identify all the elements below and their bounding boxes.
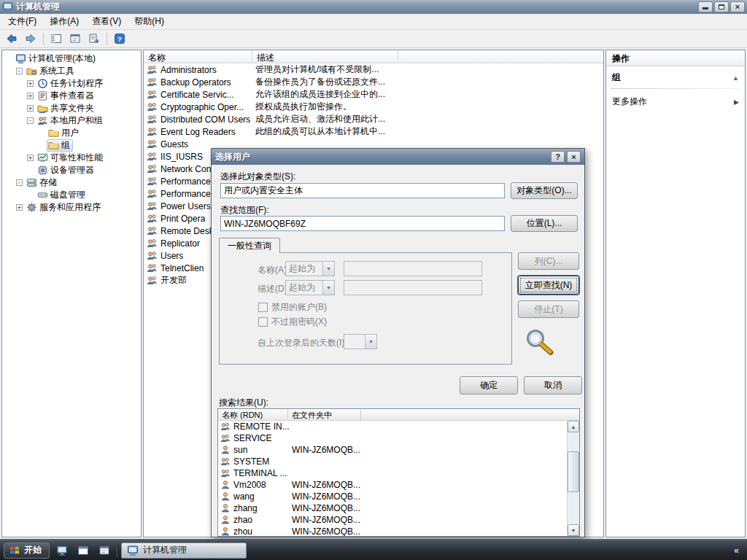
result-row-service[interactable]: SERVICE <box>218 432 567 444</box>
object-types-button[interactable]: 对象类型(O)... <box>511 182 578 199</box>
group-row-backup-operators[interactable]: Backup Operators备份操作员为了备份或还原文件... <box>144 76 603 88</box>
user-icon <box>220 480 231 490</box>
quick-launch-windows-button[interactable] <box>96 542 113 559</box>
group-row-certificate-servic[interactable]: Certificate Servic...允许该组的成员连接到企业中的... <box>144 88 603 101</box>
properties-button[interactable] <box>66 31 84 47</box>
collapse-icon[interactable]: - <box>27 117 34 124</box>
expand-icon[interactable]: + <box>27 155 34 161</box>
tree-item-computer-management-local[interactable]: 计算机管理(本地) <box>2 52 141 65</box>
group-row-event-log-readers[interactable]: Event Log Readers此组的成员可以从本地计算机中... <box>144 125 603 138</box>
collapse-icon[interactable]: - <box>16 179 23 186</box>
find-now-button[interactable]: 立即查找(N) <box>518 276 579 295</box>
restore-button[interactable] <box>714 1 729 12</box>
result-folder: WIN-JZ6MOQB... <box>292 515 360 525</box>
forward-button[interactable] <box>22 31 39 47</box>
expand-icon[interactable]: + <box>27 105 34 112</box>
cancel-button[interactable]: 取消 <box>524 376 582 394</box>
tree-item-device-manager[interactable]: 设备管理器 <box>2 164 141 176</box>
help-button[interactable]: ? <box>111 31 128 47</box>
result-name: sun <box>233 445 247 455</box>
result-row-vm2008[interactable]: Vm2008WIN-JZ6MOQB... <box>218 479 567 491</box>
taskbar-task-computer-management[interactable]: 计算机管理 <box>121 542 247 559</box>
result-row-terminal[interactable]: TERMINAL ... <box>218 467 567 479</box>
menu-file[interactable]: 文件(F) <box>1 13 43 30</box>
tree-item-users-folder[interactable]: 用户 <box>2 127 141 139</box>
group-icon <box>220 468 231 478</box>
actions-section-group[interactable]: 组 ▲ <box>606 66 745 87</box>
expand-icon[interactable]: + <box>27 80 34 87</box>
group-icon <box>147 275 158 286</box>
actions-panel: 操作 组 ▲ 更多操作 ▶ <box>605 50 746 537</box>
export-list-button[interactable] <box>85 31 103 47</box>
collapse-section-icon[interactable]: ▲ <box>732 74 739 82</box>
close-button[interactable]: × <box>730 1 745 12</box>
dialog-help-button[interactable]: ? <box>551 151 565 163</box>
tree-item-groups-folder[interactable]: 组 <box>2 139 141 152</box>
tree-item-local-users-and-groups[interactable]: -本地用户和组 <box>2 114 141 127</box>
results-column-in-folder[interactable]: 在文件夹中 <box>288 409 361 420</box>
menu-view[interactable]: 查看(V) <box>85 13 128 30</box>
minimize-button[interactable] <box>698 1 713 12</box>
tree-item-services-and-applications[interactable]: +服务和应用程序 <box>2 201 141 214</box>
start-button[interactable]: 开始 <box>4 542 50 559</box>
result-row-wang[interactable]: wangWIN-JZ6MOQB... <box>218 491 567 502</box>
tree-item-body: 共享文件夹 <box>36 102 97 114</box>
result-row-system[interactable]: SYSTEM <box>218 456 567 467</box>
tree-item-body: 设备管理器 <box>36 164 97 176</box>
tree-item-reliability-and-performance[interactable]: +可靠性和性能 <box>2 152 141 164</box>
taskbar-chevron[interactable]: « <box>729 545 743 556</box>
locations-button[interactable]: 位置(L)... <box>511 215 578 232</box>
group-icon <box>147 151 158 162</box>
back-button[interactable] <box>3 31 20 47</box>
export-list-icon <box>88 33 100 44</box>
group-name: Remote Desk <box>160 226 214 236</box>
column-header-description[interactable]: 描述 <box>252 50 398 63</box>
days-since-logon-label: 自上次登录后的天数(I): <box>258 337 347 349</box>
window-icon <box>2 1 13 12</box>
location-input[interactable] <box>220 216 505 231</box>
results-scrollbar[interactable]: ▲ ▼ <box>567 421 579 536</box>
more-actions-item[interactable]: 更多操作 ▶ <box>606 90 745 113</box>
menu-help[interactable]: 帮助(H) <box>128 13 171 30</box>
group-row-cryptographic-oper[interactable]: Cryptographic Oper...授权成员执行加密操作。 <box>144 101 603 113</box>
object-type-input[interactable] <box>220 183 505 198</box>
result-row-sun[interactable]: sunWIN-JZ6MOQB... <box>218 444 567 456</box>
tab-common-queries[interactable]: 一般性查询 <box>219 238 280 253</box>
group-row-distributed-com-users[interactable]: Distributed COM Users成员允许启动、激活和使用此计... <box>144 113 603 125</box>
group-icon <box>147 201 158 211</box>
show-console-tree-icon <box>50 33 62 44</box>
scroll-down-button[interactable]: ▼ <box>568 524 579 536</box>
dialog-close-button[interactable]: × <box>567 151 581 163</box>
expand-icon[interactable]: + <box>16 204 23 211</box>
search-results-label: 搜索结果(U): <box>219 397 268 409</box>
tree-item-label: 可靠性和性能 <box>50 152 103 164</box>
scroll-up-button[interactable]: ▲ <box>568 421 579 432</box>
result-row-zhao[interactable]: zhaoWIN-JZ6MOQB... <box>218 514 567 526</box>
group-row-administrators[interactable]: Administrators管理员对计算机/域有不受限制... <box>144 63 603 76</box>
scrollbar-thumb[interactable] <box>568 451 579 492</box>
results-column-name-rdn[interactable]: 名称 (RDN) <box>218 409 288 420</box>
collapse-icon[interactable]: - <box>16 68 23 74</box>
quick-launch-desktop-button[interactable] <box>74 542 92 559</box>
result-row-zhang[interactable]: zhangWIN-JZ6MOQB... <box>218 502 567 514</box>
result-row-remote-in[interactable]: REMOTE IN... <box>218 421 567 432</box>
tree-item-body: 存储 <box>25 176 60 189</box>
ok-button[interactable]: 确定 <box>460 376 518 394</box>
tree-item-disk-management[interactable]: 磁盘管理 <box>2 189 141 201</box>
tree-item-event-viewer[interactable]: +事件查看器 <box>2 90 141 102</box>
tree-item-storage[interactable]: -存储 <box>2 176 141 189</box>
show-console-tree-button[interactable] <box>47 31 65 47</box>
tree-item-shared-folders[interactable]: +共享文件夹 <box>2 102 141 114</box>
tree-item-body: 任务计划程序 <box>36 77 106 90</box>
menu-action[interactable]: 操作(A) <box>43 13 85 30</box>
dialog-body: 选择此对象类型(S): 对象类型(O)... 查找范围(F): 位置(L)...… <box>212 165 584 537</box>
column-header-name[interactable]: 名称 <box>144 50 252 63</box>
show-desktop-icon <box>77 545 89 556</box>
expand-icon[interactable]: + <box>27 93 34 99</box>
result-row-zhou[interactable]: zhouWIN-JZ6MOQB... <box>218 526 567 536</box>
tree-item-task-scheduler[interactable]: +任务计划程序 <box>2 77 141 90</box>
group-name: Users <box>160 251 183 261</box>
tree-item-system-tools[interactable]: -系统工具 <box>2 65 141 77</box>
quick-launch-server-button[interactable] <box>53 542 71 559</box>
tree-item-body: 本地用户和组 <box>36 114 106 127</box>
